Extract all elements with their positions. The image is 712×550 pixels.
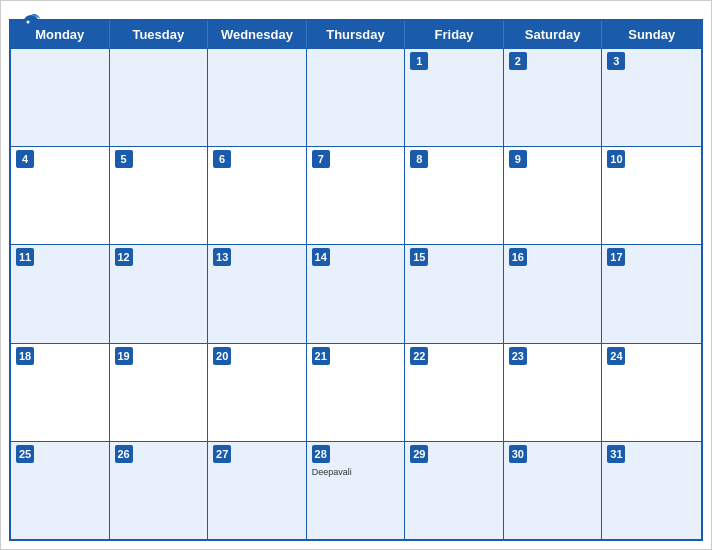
week-row-1: 123: [11, 48, 701, 146]
day-cell: 7: [307, 147, 406, 244]
day-cell: 2: [504, 49, 603, 146]
day-cell: 25: [11, 442, 110, 539]
day-cell: 31: [602, 442, 701, 539]
day-header-sunday: Sunday: [602, 21, 701, 48]
svg-point-0: [27, 21, 30, 24]
day-number: 25: [16, 445, 34, 463]
day-number: 26: [115, 445, 133, 463]
day-cell: [208, 49, 307, 146]
day-event: Deepavali: [312, 467, 400, 477]
day-cell: 30: [504, 442, 603, 539]
day-header-wednesday: Wednesday: [208, 21, 307, 48]
day-number: 15: [410, 248, 428, 266]
week-row-4: 18192021222324: [11, 343, 701, 441]
logo: [17, 11, 50, 45]
day-cell: 23: [504, 344, 603, 441]
calendar-grid: MondayTuesdayWednesdayThursdayFridaySatu…: [9, 19, 703, 541]
day-cell: 6: [208, 147, 307, 244]
day-number: 1: [410, 52, 428, 70]
day-cell: 20: [208, 344, 307, 441]
day-cell: 11: [11, 245, 110, 342]
day-number: 3: [607, 52, 625, 70]
day-number: 5: [115, 150, 133, 168]
day-header-tuesday: Tuesday: [110, 21, 209, 48]
calendar-container: MondayTuesdayWednesdayThursdayFridaySatu…: [0, 0, 712, 550]
day-number: 18: [16, 347, 34, 365]
day-number: 20: [213, 347, 231, 365]
day-number: 31: [607, 445, 625, 463]
day-number: 10: [607, 150, 625, 168]
day-cell: 17: [602, 245, 701, 342]
day-cell: 29: [405, 442, 504, 539]
day-number: 28: [312, 445, 330, 463]
day-headers-row: MondayTuesdayWednesdayThursdayFridaySatu…: [11, 21, 701, 48]
week-row-2: 45678910: [11, 146, 701, 244]
day-number: 8: [410, 150, 428, 168]
day-cell: 1: [405, 49, 504, 146]
day-number: 24: [607, 347, 625, 365]
day-cell: 5: [110, 147, 209, 244]
day-cell: [110, 49, 209, 146]
day-cell: 4: [11, 147, 110, 244]
day-cell: 10: [602, 147, 701, 244]
day-number: 2: [509, 52, 527, 70]
day-cell: 15: [405, 245, 504, 342]
day-cell: 12: [110, 245, 209, 342]
day-number: 13: [213, 248, 231, 266]
calendar-header: [1, 1, 711, 19]
day-cell: 3: [602, 49, 701, 146]
day-number: 14: [312, 248, 330, 266]
day-cell: 13: [208, 245, 307, 342]
day-cell: 14: [307, 245, 406, 342]
day-number: 9: [509, 150, 527, 168]
day-cell: 9: [504, 147, 603, 244]
day-cell: 8: [405, 147, 504, 244]
day-number: 11: [16, 248, 34, 266]
day-number: 17: [607, 248, 625, 266]
week-row-5: 25262728Deepavali293031: [11, 441, 701, 539]
day-cell: 22: [405, 344, 504, 441]
day-number: 19: [115, 347, 133, 365]
day-number: 30: [509, 445, 527, 463]
day-cell: [307, 49, 406, 146]
day-number: 7: [312, 150, 330, 168]
day-cell: 28Deepavali: [307, 442, 406, 539]
day-header-saturday: Saturday: [504, 21, 603, 48]
day-cell: 26: [110, 442, 209, 539]
day-cell: 24: [602, 344, 701, 441]
day-cell: [11, 49, 110, 146]
day-number: 21: [312, 347, 330, 365]
logo-bird-icon: [17, 11, 45, 45]
day-cell: 16: [504, 245, 603, 342]
day-number: 16: [509, 248, 527, 266]
day-number: 6: [213, 150, 231, 168]
day-number: 23: [509, 347, 527, 365]
day-cell: 21: [307, 344, 406, 441]
day-number: 29: [410, 445, 428, 463]
day-cell: 19: [110, 344, 209, 441]
day-header-friday: Friday: [405, 21, 504, 48]
day-header-thursday: Thursday: [307, 21, 406, 48]
week-row-3: 11121314151617: [11, 244, 701, 342]
day-number: 27: [213, 445, 231, 463]
day-number: 22: [410, 347, 428, 365]
day-number: 4: [16, 150, 34, 168]
weeks-container: 1234567891011121314151617181920212223242…: [11, 48, 701, 539]
day-cell: 27: [208, 442, 307, 539]
day-cell: 18: [11, 344, 110, 441]
day-number: 12: [115, 248, 133, 266]
